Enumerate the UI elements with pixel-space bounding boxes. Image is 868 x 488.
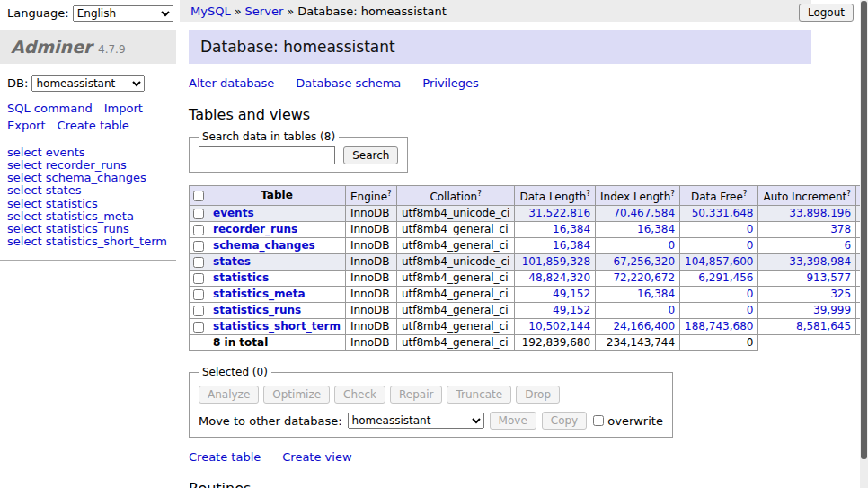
sidebar-item-select-recorder-runs[interactable]: select recorder_runs — [7, 159, 169, 171]
app-logo-link[interactable]: Adminer — [11, 37, 92, 57]
cell-auto-increment-link[interactable]: 8,581,645 — [796, 320, 851, 333]
cell-data-length-link[interactable]: 31,522,816 — [528, 207, 590, 219]
cell-auto-increment: 325 — [758, 287, 856, 303]
link-database-schema[interactable]: Database schema — [296, 76, 401, 90]
table-link-statistics-runs[interactable]: statistics_runs — [213, 304, 301, 316]
select-all-checkbox[interactable] — [193, 191, 204, 201]
cell-data-free-link[interactable]: 6,291,456 — [698, 271, 753, 284]
table-link-recorder-runs[interactable]: recorder_runs — [213, 223, 297, 235]
sidebar-action-create-table[interactable]: Create table — [58, 119, 129, 132]
cell-data-free-link[interactable]: 0 — [747, 239, 754, 252]
sidebar-item-select-events[interactable]: select events — [7, 146, 169, 158]
copy-button[interactable]: Copy — [542, 412, 587, 430]
logout-button[interactable]: Logout — [799, 4, 854, 22]
sidebar-action-import[interactable]: Import — [104, 102, 143, 115]
vertical-scrollbar[interactable] — [860, 0, 868, 488]
sidebar-action-export[interactable]: Export — [7, 119, 46, 132]
cell-auto-increment-link[interactable]: 6 — [844, 239, 851, 252]
sidebar-item-select-states[interactable]: select states — [7, 184, 169, 196]
cell-data-free-link[interactable]: 0 — [747, 288, 754, 300]
row-checkbox-cell — [190, 238, 208, 254]
sidebar-item-select-statistics-meta[interactable]: select statistics_meta — [7, 210, 169, 222]
sidebar-item-select-statistics-runs[interactable]: select statistics_runs — [7, 223, 169, 235]
cell-index-length-link[interactable]: 67,256,320 — [613, 255, 675, 268]
row-checkbox[interactable] — [193, 209, 204, 219]
help-icon[interactable]: ? — [586, 189, 590, 198]
sidebar-item-select-statistics-short-term[interactable]: select statistics_short_term — [7, 235, 169, 247]
cell-data-length-link[interactable]: 49,152 — [553, 288, 590, 300]
search-button[interactable]: Search — [343, 146, 398, 164]
cell-data-free-link[interactable]: 0 — [747, 304, 754, 316]
link-alter-database[interactable]: Alter database — [189, 76, 274, 90]
cell-data-free-link[interactable]: 50,331,648 — [692, 207, 754, 219]
table-link-statistics-short-term[interactable]: statistics_short_term — [213, 320, 341, 333]
link-create-view[interactable]: Create view — [282, 450, 351, 464]
help-icon[interactable]: ? — [387, 189, 392, 198]
analyze-button[interactable]: Analyze — [199, 386, 259, 404]
cell-data-length: 101,859,328 — [515, 254, 596, 271]
cell-auto-increment-link[interactable]: 325 — [830, 288, 851, 300]
row-checkbox[interactable] — [193, 322, 204, 333]
cell-auto-increment-link[interactable]: 378 — [830, 223, 851, 235]
cell-data-length-link[interactable]: 10,502,144 — [528, 320, 590, 333]
cell-data-length-link[interactable]: 48,824,320 — [528, 271, 590, 284]
language-select[interactable]: English — [73, 5, 173, 22]
help-icon[interactable]: ? — [846, 189, 851, 198]
row-checkbox-cell — [190, 271, 208, 287]
cell-auto-increment-link[interactable]: 39,999 — [813, 304, 851, 316]
cell-index-length-link[interactable]: 0 — [668, 239, 675, 252]
cell-index-length-link[interactable]: 24,166,400 — [613, 320, 675, 333]
cell-table-name: schema_changes — [208, 238, 346, 254]
table-row: recorder_runsInnoDButf8mb4_general_ci16,… — [190, 222, 868, 238]
cell-data-free-link[interactable]: 104,857,600 — [685, 255, 753, 268]
cell-auto-increment-link[interactable]: 33,398,984 — [789, 255, 851, 268]
cell-data-free-link[interactable]: 0 — [747, 223, 754, 235]
cell-data-length-link[interactable]: 16,384 — [553, 239, 590, 252]
help-icon[interactable]: ? — [670, 189, 675, 198]
cell-index-length-link[interactable]: 0 — [668, 304, 675, 316]
row-checkbox[interactable] — [193, 273, 204, 284]
row-checkbox[interactable] — [193, 241, 204, 252]
sidebar-action-sql-command[interactable]: SQL command — [7, 102, 93, 115]
table-link-states[interactable]: states — [213, 255, 251, 268]
row-checkbox[interactable] — [193, 289, 204, 300]
create-links: Create tableCreate view — [189, 450, 811, 464]
table-link-schema-changes[interactable]: schema_changes — [213, 239, 315, 252]
breadcrumb-server-link[interactable]: Server — [245, 4, 284, 18]
optimize-button[interactable]: Optimize — [263, 386, 330, 404]
truncate-button[interactable]: Truncate — [447, 386, 511, 404]
drop-button[interactable]: Drop — [516, 386, 560, 404]
cell-index-length-link[interactable]: 70,467,584 — [613, 207, 675, 219]
row-checkbox[interactable] — [193, 257, 204, 268]
cell-index-length-link[interactable]: 16,384 — [637, 223, 675, 235]
cell-auto-increment-link[interactable]: 33,898,196 — [789, 207, 851, 219]
cell-index-length-link[interactable]: 16,384 — [637, 288, 675, 300]
table-link-statistics-meta[interactable]: statistics_meta — [213, 288, 306, 300]
link-create-table[interactable]: Create table — [189, 450, 261, 464]
link-privileges[interactable]: Privileges — [422, 76, 479, 90]
sidebar-item-select-schema-changes[interactable]: select schema_changes — [7, 172, 169, 183]
tables-list: TableEngine?Collation?Data Length?Index … — [189, 185, 868, 351]
scrollbar-thumb[interactable] — [861, 1, 867, 459]
cell-data-free-link[interactable]: 188,743,680 — [685, 320, 753, 333]
row-checkbox[interactable] — [193, 225, 204, 235]
cell-data-length-link[interactable]: 49,152 — [553, 304, 590, 316]
db-select[interactable]: homeassistant — [31, 75, 145, 92]
move-button[interactable]: Move — [490, 412, 536, 430]
move-db-select[interactable]: homeassistant — [348, 413, 484, 429]
check-button[interactable]: Check — [334, 386, 385, 404]
cell-index-length-link[interactable]: 72,220,672 — [613, 271, 675, 284]
help-icon[interactable]: ? — [743, 189, 748, 198]
repair-button[interactable]: Repair — [390, 386, 442, 404]
search-input[interactable] — [199, 146, 335, 164]
help-icon[interactable]: ? — [477, 189, 482, 198]
sidebar-item-select-statistics[interactable]: select statistics — [7, 198, 169, 209]
overwrite-checkbox[interactable] — [593, 415, 604, 426]
row-checkbox[interactable] — [193, 306, 204, 316]
table-link-statistics[interactable]: statistics — [213, 271, 269, 284]
table-link-events[interactable]: events — [213, 207, 254, 219]
cell-data-length-link[interactable]: 16,384 — [553, 223, 590, 235]
cell-data-length-link[interactable]: 101,859,328 — [522, 255, 590, 268]
breadcrumb-mysql-link[interactable]: MySQL — [190, 4, 231, 18]
cell-auto-increment-link[interactable]: 913,577 — [806, 271, 851, 284]
